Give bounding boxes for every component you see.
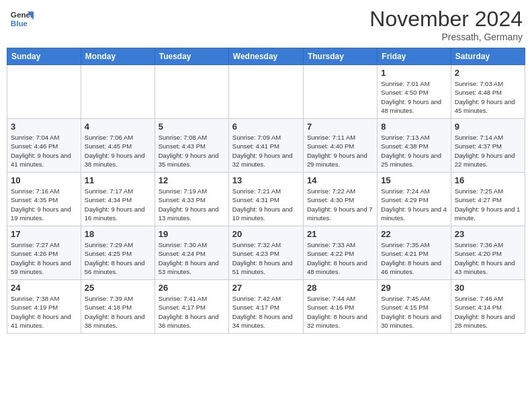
calendar-table: SundayMondayTuesdayWednesdayThursdayFrid…: [7, 48, 525, 334]
calendar-day-8: 8Sunrise: 7:13 AM Sunset: 4:38 PM Daylig…: [378, 119, 451, 173]
day-info: Sunrise: 7:19 AM Sunset: 4:33 PM Dayligh…: [159, 187, 225, 222]
day-number: 28: [307, 283, 373, 293]
day-number: 17: [11, 229, 77, 239]
day-number: 7: [307, 122, 373, 132]
title-block: November 2024 Pressath, Germany: [369, 7, 523, 42]
calendar-week-row: 3Sunrise: 7:04 AM Sunset: 4:46 PM Daylig…: [7, 119, 525, 173]
day-number: 8: [381, 122, 447, 132]
month-title: November 2024: [369, 7, 523, 32]
day-number: 23: [455, 229, 521, 239]
calendar-week-row: 24Sunrise: 7:38 AM Sunset: 4:19 PM Dayli…: [7, 280, 525, 334]
calendar-day-29: 29Sunrise: 7:45 AM Sunset: 4:15 PM Dayli…: [378, 280, 451, 334]
calendar-day-13: 13Sunrise: 7:21 AM Sunset: 4:31 PM Dayli…: [228, 173, 303, 226]
day-header-thursday: Thursday: [303, 48, 377, 65]
day-number: 5: [159, 122, 225, 132]
calendar-day-16: 16Sunrise: 7:25 AM Sunset: 4:27 PM Dayli…: [451, 173, 525, 226]
calendar-day-4: 4Sunrise: 7:06 AM Sunset: 4:45 PM Daylig…: [81, 119, 154, 173]
calendar-week-row: 10Sunrise: 7:16 AM Sunset: 4:35 PM Dayli…: [7, 173, 525, 226]
calendar-day-24: 24Sunrise: 7:38 AM Sunset: 4:19 PM Dayli…: [7, 280, 81, 334]
day-info: Sunrise: 7:27 AM Sunset: 4:26 PM Dayligh…: [11, 240, 77, 276]
day-number: 25: [85, 283, 151, 293]
calendar-week-row: 1Sunrise: 7:01 AM Sunset: 4:50 PM Daylig…: [7, 65, 525, 119]
day-number: 15: [381, 175, 447, 185]
day-number: 24: [11, 283, 77, 293]
day-info: Sunrise: 7:30 AM Sunset: 4:24 PM Dayligh…: [159, 240, 225, 276]
day-info: Sunrise: 7:09 AM Sunset: 4:41 PM Dayligh…: [232, 133, 300, 169]
calendar-day-3: 3Sunrise: 7:04 AM Sunset: 4:46 PM Daylig…: [7, 119, 81, 173]
day-header-wednesday: Wednesday: [228, 48, 303, 65]
calendar-day-2: 2Sunrise: 7:03 AM Sunset: 4:48 PM Daylig…: [451, 65, 525, 119]
day-info: Sunrise: 7:08 AM Sunset: 4:43 PM Dayligh…: [159, 133, 225, 169]
day-info: Sunrise: 7:21 AM Sunset: 4:31 PM Dayligh…: [232, 187, 300, 222]
day-number: 12: [159, 175, 225, 185]
day-info: Sunrise: 7:06 AM Sunset: 4:45 PM Dayligh…: [85, 133, 151, 169]
day-number: 6: [232, 122, 300, 132]
page-header: General Blue November 2024 Pressath, Ger…: [7, 7, 525, 42]
day-info: Sunrise: 7:46 AM Sunset: 4:14 PM Dayligh…: [455, 294, 521, 330]
day-info: Sunrise: 7:35 AM Sunset: 4:21 PM Dayligh…: [381, 240, 447, 276]
day-info: Sunrise: 7:33 AM Sunset: 4:22 PM Dayligh…: [307, 240, 373, 276]
calendar-empty-cell: [154, 65, 228, 119]
day-number: 26: [159, 283, 225, 293]
day-info: Sunrise: 7:41 AM Sunset: 4:17 PM Dayligh…: [159, 294, 225, 330]
calendar-header-row: SundayMondayTuesdayWednesdayThursdayFrid…: [7, 48, 525, 65]
calendar-day-10: 10Sunrise: 7:16 AM Sunset: 4:35 PM Dayli…: [7, 173, 81, 226]
calendar-empty-cell: [228, 65, 303, 119]
calendar-day-6: 6Sunrise: 7:09 AM Sunset: 4:41 PM Daylig…: [228, 119, 303, 173]
day-number: 4: [85, 122, 151, 132]
day-info: Sunrise: 7:01 AM Sunset: 4:50 PM Dayligh…: [381, 79, 447, 115]
day-info: Sunrise: 7:04 AM Sunset: 4:46 PM Dayligh…: [11, 133, 77, 169]
day-info: Sunrise: 7:14 AM Sunset: 4:37 PM Dayligh…: [455, 133, 521, 169]
calendar-day-1: 1Sunrise: 7:01 AM Sunset: 4:50 PM Daylig…: [378, 65, 451, 119]
calendar-day-9: 9Sunrise: 7:14 AM Sunset: 4:37 PM Daylig…: [451, 119, 525, 173]
calendar-day-26: 26Sunrise: 7:41 AM Sunset: 4:17 PM Dayli…: [154, 280, 228, 334]
day-info: Sunrise: 7:45 AM Sunset: 4:15 PM Dayligh…: [381, 294, 447, 330]
day-info: Sunrise: 7:36 AM Sunset: 4:20 PM Dayligh…: [455, 240, 521, 276]
day-info: Sunrise: 7:16 AM Sunset: 4:35 PM Dayligh…: [11, 187, 77, 222]
day-header-monday: Monday: [81, 48, 154, 65]
day-info: Sunrise: 7:03 AM Sunset: 4:48 PM Dayligh…: [455, 79, 521, 115]
logo-icon: General Blue: [9, 7, 34, 31]
day-info: Sunrise: 7:44 AM Sunset: 4:16 PM Dayligh…: [307, 294, 373, 330]
day-header-saturday: Saturday: [451, 48, 525, 65]
day-number: 1: [381, 68, 447, 78]
calendar-day-18: 18Sunrise: 7:29 AM Sunset: 4:25 PM Dayli…: [81, 226, 154, 280]
logo: General Blue: [9, 7, 34, 31]
day-number: 16: [455, 175, 521, 185]
day-number: 14: [307, 175, 373, 185]
day-info: Sunrise: 7:25 AM Sunset: 4:27 PM Dayligh…: [455, 187, 521, 222]
day-info: Sunrise: 7:11 AM Sunset: 4:40 PM Dayligh…: [307, 133, 373, 169]
calendar-day-7: 7Sunrise: 7:11 AM Sunset: 4:40 PM Daylig…: [303, 119, 377, 173]
calendar-day-30: 30Sunrise: 7:46 AM Sunset: 4:14 PM Dayli…: [451, 280, 525, 334]
day-info: Sunrise: 7:39 AM Sunset: 4:18 PM Dayligh…: [85, 294, 151, 330]
day-info: Sunrise: 7:24 AM Sunset: 4:29 PM Dayligh…: [381, 187, 447, 222]
day-number: 10: [11, 175, 77, 185]
day-number: 9: [455, 122, 521, 132]
calendar-day-5: 5Sunrise: 7:08 AM Sunset: 4:43 PM Daylig…: [154, 119, 228, 173]
calendar-day-23: 23Sunrise: 7:36 AM Sunset: 4:20 PM Dayli…: [451, 226, 525, 280]
calendar-day-19: 19Sunrise: 7:30 AM Sunset: 4:24 PM Dayli…: [154, 226, 228, 280]
day-info: Sunrise: 7:32 AM Sunset: 4:23 PM Dayligh…: [232, 240, 300, 276]
day-info: Sunrise: 7:13 AM Sunset: 4:38 PM Dayligh…: [381, 133, 447, 169]
day-number: 19: [159, 229, 225, 239]
calendar-day-27: 27Sunrise: 7:42 AM Sunset: 4:17 PM Dayli…: [228, 280, 303, 334]
day-number: 29: [381, 283, 447, 293]
day-number: 13: [232, 175, 300, 185]
calendar-day-17: 17Sunrise: 7:27 AM Sunset: 4:26 PM Dayli…: [7, 226, 81, 280]
day-info: Sunrise: 7:17 AM Sunset: 4:34 PM Dayligh…: [85, 187, 151, 222]
calendar-empty-cell: [303, 65, 377, 119]
calendar-empty-cell: [7, 65, 81, 119]
day-number: 11: [85, 175, 151, 185]
location: Pressath, Germany: [369, 32, 523, 42]
day-header-tuesday: Tuesday: [154, 48, 228, 65]
day-number: 3: [11, 122, 77, 132]
calendar-day-11: 11Sunrise: 7:17 AM Sunset: 4:34 PM Dayli…: [81, 173, 154, 226]
calendar-day-21: 21Sunrise: 7:33 AM Sunset: 4:22 PM Dayli…: [303, 226, 377, 280]
calendar-week-row: 17Sunrise: 7:27 AM Sunset: 4:26 PM Dayli…: [7, 226, 525, 280]
calendar-day-15: 15Sunrise: 7:24 AM Sunset: 4:29 PM Dayli…: [378, 173, 451, 226]
day-number: 30: [455, 283, 521, 293]
day-number: 22: [381, 229, 447, 239]
calendar-day-14: 14Sunrise: 7:22 AM Sunset: 4:30 PM Dayli…: [303, 173, 377, 226]
day-number: 20: [232, 229, 300, 239]
svg-text:Blue: Blue: [11, 19, 28, 28]
